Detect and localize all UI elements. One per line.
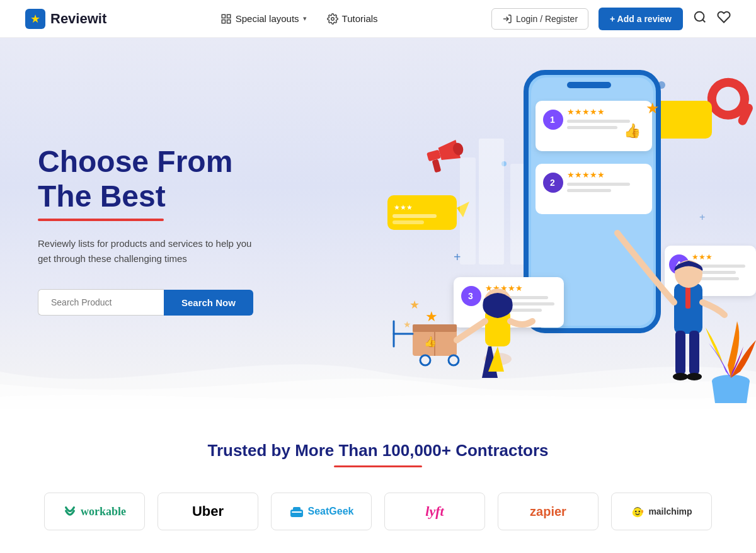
brand-lyft: lyft — [384, 493, 485, 530]
svg-rect-9 — [736, 102, 754, 127]
seatgeek-icon — [289, 505, 304, 518]
svg-rect-66 — [485, 309, 510, 346]
svg-rect-29 — [536, 101, 652, 151]
svg-point-30 — [543, 110, 563, 130]
logo-star-icon: ★ — [30, 12, 40, 26]
svg-rect-73 — [685, 287, 690, 309]
hero-title: Choose From The Best — [38, 144, 253, 214]
hero-content: Choose From The Best Reviewly lists for … — [0, 106, 291, 341]
svg-line-7 — [702, 20, 705, 22]
svg-rect-81 — [293, 507, 301, 511]
add-review-label: + Add a review — [610, 14, 672, 24]
brand-zapier: zapier — [498, 493, 598, 530]
svg-rect-47 — [485, 302, 554, 305]
svg-rect-48 — [485, 309, 542, 312]
search-nav-icon[interactable] — [693, 10, 707, 27]
svg-point-63 — [449, 355, 459, 365]
login-register-label: Login / Register — [516, 14, 578, 24]
svg-rect-17 — [387, 195, 457, 230]
trusted-underline — [334, 465, 422, 467]
nav-special-layouts[interactable]: Special layouts ▾ — [220, 13, 307, 25]
svg-rect-28 — [567, 82, 611, 88]
svg-text:2: 2 — [550, 178, 555, 188]
svg-point-62 — [420, 355, 430, 365]
svg-rect-77 — [427, 150, 441, 162]
svg-text:4: 4 — [676, 259, 681, 270]
lyft-logo: lyft — [425, 503, 444, 520]
svg-text:★★★★★: ★★★★★ — [485, 283, 523, 293]
svg-rect-15 — [636, 101, 712, 139]
svg-rect-34 — [567, 126, 617, 129]
svg-rect-55 — [692, 277, 739, 280]
nav-tutorials[interactable]: Tutorials — [327, 13, 378, 25]
svg-rect-24 — [460, 157, 476, 265]
svg-rect-60 — [413, 324, 457, 332]
svg-rect-41 — [567, 189, 611, 192]
logo-icon: ★ — [25, 9, 45, 29]
svg-rect-3 — [227, 20, 230, 23]
hero-title-underline — [38, 219, 164, 221]
mailchimp-icon — [631, 505, 644, 518]
svg-text:★: ★ — [646, 100, 660, 117]
seatgeek-logo: SeatGeek — [289, 505, 354, 518]
nav-special-layouts-label: Special layouts — [236, 13, 299, 24]
svg-rect-42 — [454, 277, 564, 328]
svg-rect-46 — [485, 296, 548, 299]
svg-point-43 — [461, 286, 481, 306]
svg-rect-79 — [432, 159, 442, 173]
svg-point-11 — [658, 81, 665, 89]
svg-rect-69 — [675, 331, 685, 375]
svg-rect-23 — [510, 164, 529, 265]
svg-rect-70 — [689, 331, 699, 375]
workable-logo: workable — [63, 505, 126, 518]
svg-point-37 — [543, 173, 563, 193]
svg-point-75 — [712, 375, 750, 387]
nav-tutorials-label: Tutorials — [342, 13, 378, 24]
zapier-logo: zapier — [530, 505, 566, 519]
svg-rect-20 — [392, 214, 437, 218]
search-input[interactable] — [38, 289, 164, 316]
uber-logo: Uber — [192, 503, 224, 520]
logo-link[interactable]: ★ Reviewit — [25, 9, 106, 29]
hero-illustration: + + ★★★ 1 — [302, 38, 756, 409]
svg-point-12 — [501, 161, 507, 166]
wishlist-icon[interactable] — [717, 10, 731, 27]
trusted-title: Trusted by More Than 100,000+ Contractor… — [25, 441, 731, 460]
hero-illustration-svg: + + ★★★ 1 — [302, 38, 756, 409]
logo-text: Reviewit — [50, 11, 106, 27]
brand-logos-container: workable Uber SeatGeek lyft zapier — [25, 493, 731, 530]
svg-rect-25 — [526, 72, 658, 331]
svg-rect-49 — [665, 246, 756, 296]
svg-point-50 — [669, 254, 689, 275]
svg-rect-27 — [531, 77, 653, 326]
svg-rect-68 — [674, 283, 702, 334]
hero-description: Reviewly lists for products and services… — [38, 236, 252, 266]
workable-icon — [63, 505, 77, 518]
brand-mailchimp: mailchimp — [611, 493, 712, 530]
svg-point-78 — [452, 142, 465, 156]
svg-text:+: + — [699, 212, 705, 222]
svg-rect-59 — [413, 324, 457, 356]
mailchimp-logo: mailchimp — [631, 505, 692, 518]
svg-point-8 — [707, 77, 750, 120]
svg-text:3: 3 — [468, 291, 473, 301]
add-review-button[interactable]: + Add a review — [598, 8, 683, 30]
svg-point-74 — [675, 260, 702, 288]
hero-section: Choose From The Best Reviewly lists for … — [0, 38, 756, 409]
svg-rect-21 — [392, 220, 424, 224]
svg-rect-53 — [692, 265, 745, 268]
svg-point-65 — [484, 353, 512, 365]
trusted-section: Trusted by More Than 100,000+ Contractor… — [0, 409, 756, 553]
svg-point-10 — [570, 98, 576, 104]
svg-text:★★★★★: ★★★★★ — [567, 107, 605, 117]
search-now-button[interactable]: Search Now — [164, 290, 253, 316]
svg-text:★★★: ★★★ — [692, 253, 713, 261]
login-register-button[interactable]: Login / Register — [491, 8, 588, 30]
brand-workable: workable — [44, 493, 145, 530]
navbar: ★ Reviewit Special layouts ▾ Tutorials — [0, 0, 756, 38]
grid-icon — [220, 13, 232, 25]
navbar-right: Login / Register + Add a review — [491, 8, 731, 30]
svg-rect-33 — [567, 120, 630, 123]
svg-point-87 — [641, 510, 644, 513]
svg-point-86 — [639, 511, 641, 513]
